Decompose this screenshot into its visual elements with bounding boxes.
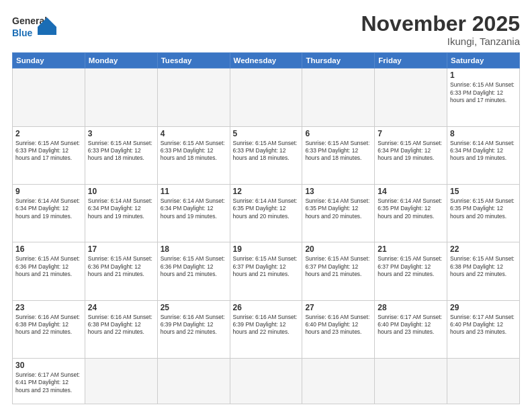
calendar-cell-5-4 bbox=[302, 358, 375, 404]
day-info: Sunrise: 6:14 AM Sunset: 6:34 PM Dayligh… bbox=[88, 197, 154, 220]
day-number: 30 bbox=[15, 361, 82, 370]
day-info: Sunrise: 6:17 AM Sunset: 6:40 PM Dayligh… bbox=[450, 314, 517, 336]
logo: General Blue bbox=[12, 12, 73, 42]
day-info: Sunrise: 6:15 AM Sunset: 6:36 PM Dayligh… bbox=[15, 255, 82, 278]
day-info: Sunrise: 6:15 AM Sunset: 6:37 PM Dayligh… bbox=[378, 255, 444, 278]
calendar-cell-2-3: 12Sunrise: 6:14 AM Sunset: 6:35 PM Dayli… bbox=[230, 184, 302, 242]
day-number: 11 bbox=[161, 187, 227, 196]
title-block: November 2025 Ikungi, Tanzania bbox=[361, 12, 520, 47]
calendar-cell-2-4: 13Sunrise: 6:14 AM Sunset: 6:35 PM Dayli… bbox=[302, 184, 375, 242]
day-info: Sunrise: 6:15 AM Sunset: 6:33 PM Dayligh… bbox=[15, 140, 82, 163]
day-number: 4 bbox=[161, 129, 227, 138]
day-number: 20 bbox=[305, 244, 371, 254]
calendar-cell-0-3 bbox=[230, 68, 302, 126]
day-info: Sunrise: 6:15 AM Sunset: 6:37 PM Dayligh… bbox=[233, 255, 300, 278]
calendar-cell-5-1 bbox=[85, 358, 157, 404]
weekday-header-saturday: Saturday bbox=[447, 53, 520, 68]
weekday-header-sunday: Sunday bbox=[13, 53, 85, 68]
day-number: 28 bbox=[378, 303, 444, 312]
day-number: 1 bbox=[450, 71, 517, 80]
calendar-week-4: 16Sunrise: 6:15 AM Sunset: 6:36 PM Dayli… bbox=[13, 242, 520, 300]
day-info: Sunrise: 6:15 AM Sunset: 6:33 PM Dayligh… bbox=[161, 140, 227, 163]
day-info: Sunrise: 6:15 AM Sunset: 6:36 PM Dayligh… bbox=[161, 255, 227, 278]
day-info: Sunrise: 6:15 AM Sunset: 6:36 PM Dayligh… bbox=[88, 255, 154, 278]
calendar-cell-0-6: 1Sunrise: 6:15 AM Sunset: 6:33 PM Daylig… bbox=[447, 68, 520, 126]
day-number: 9 bbox=[15, 187, 82, 196]
day-number: 19 bbox=[233, 244, 300, 254]
day-info: Sunrise: 6:15 AM Sunset: 6:33 PM Dayligh… bbox=[450, 81, 517, 104]
calendar-cell-2-1: 10Sunrise: 6:14 AM Sunset: 6:34 PM Dayli… bbox=[85, 184, 157, 242]
day-info: Sunrise: 6:14 AM Sunset: 6:35 PM Dayligh… bbox=[305, 197, 371, 220]
day-number: 27 bbox=[305, 303, 371, 312]
day-info: Sunrise: 6:17 AM Sunset: 6:41 PM Dayligh… bbox=[15, 371, 82, 394]
calendar-cell-0-1 bbox=[85, 68, 157, 126]
day-info: Sunrise: 6:14 AM Sunset: 6:35 PM Dayligh… bbox=[378, 197, 444, 220]
day-number: 17 bbox=[88, 244, 154, 254]
weekday-header-monday: Monday bbox=[85, 53, 157, 68]
header: General Blue November 2025 Ikungi, Tanza… bbox=[12, 12, 520, 47]
day-info: Sunrise: 6:14 AM Sunset: 6:35 PM Dayligh… bbox=[233, 197, 300, 220]
day-number: 21 bbox=[378, 244, 444, 254]
calendar-cell-5-3 bbox=[230, 358, 302, 404]
day-number: 15 bbox=[450, 187, 517, 196]
location: Ikungi, Tanzania bbox=[361, 36, 520, 47]
calendar-cell-1-6: 8Sunrise: 6:14 AM Sunset: 6:34 PM Daylig… bbox=[447, 126, 520, 184]
calendar-cell-2-2: 11Sunrise: 6:14 AM Sunset: 6:34 PM Dayli… bbox=[157, 184, 230, 242]
day-number: 7 bbox=[378, 129, 444, 138]
calendar-week-6: 30Sunrise: 6:17 AM Sunset: 6:41 PM Dayli… bbox=[13, 358, 520, 404]
calendar-cell-0-2 bbox=[157, 68, 230, 126]
day-info: Sunrise: 6:16 AM Sunset: 6:39 PM Dayligh… bbox=[161, 314, 227, 336]
weekday-header-friday: Friday bbox=[375, 53, 447, 68]
calendar-cell-4-2: 25Sunrise: 6:16 AM Sunset: 6:39 PM Dayli… bbox=[157, 300, 230, 358]
calendar-cell-4-5: 28Sunrise: 6:17 AM Sunset: 6:40 PM Dayli… bbox=[375, 300, 447, 358]
day-number: 24 bbox=[88, 303, 154, 312]
weekday-header-thursday: Thursday bbox=[302, 53, 375, 68]
calendar-cell-5-6 bbox=[447, 358, 520, 404]
day-info: Sunrise: 6:15 AM Sunset: 6:34 PM Dayligh… bbox=[378, 140, 444, 163]
day-number: 25 bbox=[161, 303, 227, 312]
calendar-cell-5-5 bbox=[375, 358, 447, 404]
calendar-week-1: 1Sunrise: 6:15 AM Sunset: 6:33 PM Daylig… bbox=[13, 68, 520, 126]
calendar-cell-3-4: 20Sunrise: 6:15 AM Sunset: 6:37 PM Dayli… bbox=[302, 242, 375, 300]
calendar-cell-2-5: 14Sunrise: 6:14 AM Sunset: 6:35 PM Dayli… bbox=[375, 184, 447, 242]
calendar-cell-5-0: 30Sunrise: 6:17 AM Sunset: 6:41 PM Dayli… bbox=[13, 358, 85, 404]
calendar-cell-0-4 bbox=[302, 68, 375, 126]
weekday-header-wednesday: Wednesday bbox=[230, 53, 302, 68]
calendar-cell-4-4: 27Sunrise: 6:16 AM Sunset: 6:40 PM Dayli… bbox=[302, 300, 375, 358]
day-info: Sunrise: 6:14 AM Sunset: 6:34 PM Dayligh… bbox=[15, 197, 82, 220]
calendar-cell-3-6: 22Sunrise: 6:15 AM Sunset: 6:38 PM Dayli… bbox=[447, 242, 520, 300]
calendar-cell-4-0: 23Sunrise: 6:16 AM Sunset: 6:38 PM Dayli… bbox=[13, 300, 85, 358]
weekday-header-row: SundayMondayTuesdayWednesdayThursdayFrid… bbox=[13, 53, 520, 68]
day-number: 6 bbox=[305, 129, 371, 138]
calendar-cell-1-2: 4Sunrise: 6:15 AM Sunset: 6:33 PM Daylig… bbox=[157, 126, 230, 184]
day-number: 22 bbox=[450, 244, 517, 254]
day-number: 26 bbox=[233, 303, 300, 312]
day-info: Sunrise: 6:15 AM Sunset: 6:38 PM Dayligh… bbox=[450, 255, 517, 278]
calendar-cell-3-3: 19Sunrise: 6:15 AM Sunset: 6:37 PM Dayli… bbox=[230, 242, 302, 300]
calendar-week-2: 2Sunrise: 6:15 AM Sunset: 6:33 PM Daylig… bbox=[13, 126, 520, 184]
calendar-cell-1-0: 2Sunrise: 6:15 AM Sunset: 6:33 PM Daylig… bbox=[13, 126, 85, 184]
day-number: 8 bbox=[450, 129, 517, 138]
calendar-week-3: 9Sunrise: 6:14 AM Sunset: 6:34 PM Daylig… bbox=[13, 184, 520, 242]
calendar-cell-3-5: 21Sunrise: 6:15 AM Sunset: 6:37 PM Dayli… bbox=[375, 242, 447, 300]
day-number: 23 bbox=[15, 303, 82, 312]
day-info: Sunrise: 6:15 AM Sunset: 6:37 PM Dayligh… bbox=[305, 255, 371, 278]
calendar-cell-3-0: 16Sunrise: 6:15 AM Sunset: 6:36 PM Dayli… bbox=[13, 242, 85, 300]
page: General Blue November 2025 Ikungi, Tanza… bbox=[0, 0, 532, 411]
day-info: Sunrise: 6:17 AM Sunset: 6:40 PM Dayligh… bbox=[378, 314, 444, 336]
day-number: 14 bbox=[378, 187, 444, 196]
calendar-cell-2-6: 15Sunrise: 6:15 AM Sunset: 6:35 PM Dayli… bbox=[447, 184, 520, 242]
calendar-cell-1-4: 6Sunrise: 6:15 AM Sunset: 6:33 PM Daylig… bbox=[302, 126, 375, 184]
calendar-cell-2-0: 9Sunrise: 6:14 AM Sunset: 6:34 PM Daylig… bbox=[13, 184, 85, 242]
weekday-header-tuesday: Tuesday bbox=[157, 53, 230, 68]
day-number: 29 bbox=[450, 303, 517, 312]
day-info: Sunrise: 6:15 AM Sunset: 6:33 PM Dayligh… bbox=[233, 140, 300, 163]
calendar-cell-5-2 bbox=[157, 358, 230, 404]
calendar-cell-0-0 bbox=[13, 68, 85, 126]
day-number: 2 bbox=[15, 129, 82, 138]
day-info: Sunrise: 6:15 AM Sunset: 6:33 PM Dayligh… bbox=[305, 140, 371, 163]
calendar-cell-4-6: 29Sunrise: 6:17 AM Sunset: 6:40 PM Dayli… bbox=[447, 300, 520, 358]
day-info: Sunrise: 6:16 AM Sunset: 6:38 PM Dayligh… bbox=[15, 314, 82, 336]
generalblue-logo-icon: General Blue bbox=[12, 12, 73, 42]
svg-text:Blue: Blue bbox=[12, 28, 33, 38]
